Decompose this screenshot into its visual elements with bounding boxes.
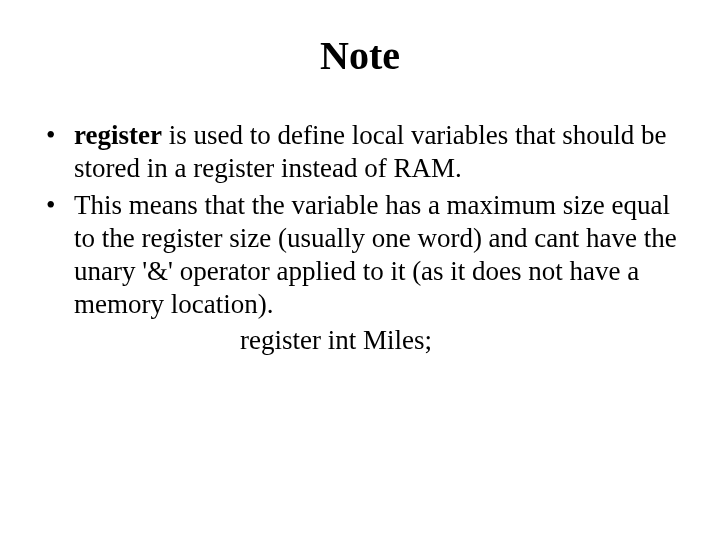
bullet-item: register is used to define local variabl…: [40, 119, 680, 185]
keyword: register: [74, 120, 162, 150]
code-example: register int Miles;: [40, 325, 680, 356]
slide: Note register is used to define local va…: [0, 0, 720, 540]
bullet-item: This means that the variable has a maxim…: [40, 189, 680, 321]
slide-title: Note: [40, 32, 680, 79]
bullet-text: is used to define local variables that s…: [74, 120, 667, 183]
bullet-text: This means that the variable has a maxim…: [74, 190, 677, 319]
bullet-list: register is used to define local variabl…: [40, 119, 680, 321]
